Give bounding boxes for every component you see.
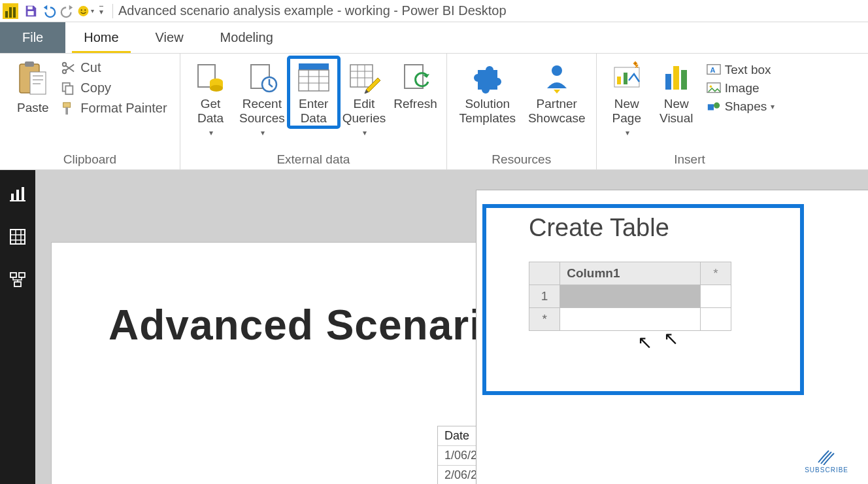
svg-rect-11: [66, 86, 73, 94]
report-view-button[interactable]: [6, 182, 29, 205]
ribbon-group-external-data: GetData▾ RecentSources▾ EnterData EditQu…: [180, 54, 447, 169]
svg-point-34: [709, 85, 712, 88]
group-label-resources: Resources: [492, 151, 551, 167]
shapes-label: Shapes: [725, 99, 767, 114]
paste-button[interactable]: Paste: [10, 58, 56, 116]
svg-point-3: [81, 9, 82, 10]
svg-rect-43: [19, 273, 25, 277]
workspace: Advanced Scenario Date 1/06/2014 2/06/20…: [0, 170, 868, 484]
new-page-button[interactable]: NewPage▾: [602, 58, 652, 141]
svg-rect-28: [665, 74, 671, 90]
partner-icon: [541, 61, 573, 94]
shapes-button[interactable]: Shapes▾: [704, 98, 777, 115]
solution-templates-label: SolutionTemplates: [459, 97, 516, 126]
report-view-icon: [8, 184, 27, 203]
view-sidebar: [0, 170, 35, 484]
group-label-external-data: External data: [276, 151, 350, 167]
create-table-grid[interactable]: Column1 * 1 *: [529, 262, 731, 331]
enter-data-icon: [297, 62, 330, 92]
recent-sources-button[interactable]: RecentSources▾: [235, 58, 289, 141]
column-header[interactable]: Column1: [560, 262, 701, 285]
svg-rect-20: [299, 63, 329, 70]
data-view-icon: [8, 228, 27, 246]
add-column-star[interactable]: *: [700, 262, 731, 285]
tab-home[interactable]: Home: [65, 22, 137, 53]
clipboard-small-commands: Cut Copy Format Painter: [58, 59, 169, 117]
image-button[interactable]: Image: [704, 80, 777, 97]
create-table-panel: Create Table Column1 * 1 *: [476, 190, 868, 484]
solution-templates-button[interactable]: SolutionTemplates: [452, 58, 523, 127]
textbox-button[interactable]: A Text box: [704, 61, 777, 78]
cut-label: Cut: [80, 60, 101, 75]
scissors-icon: [61, 61, 75, 75]
edit-queries-label: EditQueries: [342, 97, 386, 126]
cut-button[interactable]: Cut: [58, 59, 169, 77]
svg-rect-6: [25, 61, 34, 67]
report-title-text: Advanced Scenario: [108, 301, 508, 349]
enter-data-button[interactable]: EnterData: [289, 58, 339, 127]
ribbon-group-resources: SolutionTemplates PartnerShowcase Resour…: [447, 54, 597, 169]
edit-queries-icon: [348, 61, 380, 94]
paste-label: Paste: [17, 101, 49, 115]
grid-corner[interactable]: [529, 262, 560, 285]
dna-icon: [816, 448, 838, 465]
data-view-button[interactable]: [6, 225, 29, 249]
format-painter-icon: [61, 101, 75, 116]
format-painter-button[interactable]: Format Painter: [58, 99, 169, 117]
save-button[interactable]: [22, 3, 39, 20]
powerbi-logo-icon: [3, 3, 18, 19]
quick-access-toolbar: ▾ ▾: [3, 3, 107, 20]
new-visual-label: NewVisual: [659, 97, 693, 126]
new-visual-icon: [660, 61, 693, 94]
ribbon-group-clipboard: Paste Cut Copy Format Painter Clipboard: [0, 54, 180, 169]
undo-button[interactable]: [41, 3, 58, 20]
window-title: Advanced scenario analysis example - wor…: [118, 3, 507, 18]
cell[interactable]: [700, 308, 731, 331]
active-cell[interactable]: [560, 285, 701, 308]
new-visual-button[interactable]: NewVisual: [652, 58, 701, 127]
tab-view[interactable]: View: [137, 22, 202, 53]
redo-button[interactable]: [59, 3, 76, 20]
refresh-button[interactable]: Refresh: [390, 58, 441, 112]
svg-point-4: [84, 9, 86, 10]
smile-feedback-button[interactable]: ▾: [77, 3, 94, 20]
textbox-icon: A: [707, 63, 721, 77]
tab-modeling[interactable]: Modeling: [202, 22, 292, 53]
recent-sources-label: RecentSources: [239, 97, 285, 126]
cell[interactable]: [560, 308, 701, 331]
partner-showcase-button[interactable]: PartnerShowcase: [523, 58, 591, 127]
model-view-button[interactable]: [6, 268, 29, 292]
svg-rect-12: [63, 102, 71, 107]
undo-icon: [42, 4, 56, 18]
create-table-title: Create Table: [529, 214, 868, 242]
copy-button[interactable]: Copy: [58, 79, 169, 97]
svg-rect-41: [10, 230, 25, 244]
textbox-label: Text box: [725, 63, 771, 77]
tab-file[interactable]: File: [0, 22, 65, 53]
svg-rect-29: [673, 66, 679, 90]
new-page-label: NewPage: [612, 97, 641, 126]
format-painter-label: Format Painter: [80, 101, 167, 116]
edit-queries-button[interactable]: EditQueries▾: [339, 58, 390, 141]
shapes-icon: [707, 100, 721, 113]
paste-icon: [17, 60, 48, 98]
get-data-button[interactable]: GetData▾: [186, 58, 235, 141]
svg-rect-40: [10, 200, 25, 201]
save-icon: [24, 4, 38, 18]
get-data-icon: [194, 61, 227, 94]
model-view-icon: [8, 271, 27, 289]
refresh-label: Refresh: [393, 97, 437, 111]
add-row-star[interactable]: *: [529, 308, 560, 331]
enter-data-label: EnterData: [299, 97, 328, 126]
svg-rect-35: [708, 104, 714, 110]
svg-rect-44: [14, 282, 21, 286]
qat-customize-dropdown[interactable]: ▾: [95, 3, 107, 20]
svg-point-24: [552, 65, 562, 76]
svg-rect-26: [617, 77, 621, 84]
svg-point-2: [78, 6, 89, 16]
svg-rect-22: [350, 65, 373, 87]
cell[interactable]: [700, 285, 731, 308]
image-label: Image: [725, 81, 760, 95]
svg-rect-42: [10, 273, 16, 277]
redo-icon: [60, 4, 75, 18]
